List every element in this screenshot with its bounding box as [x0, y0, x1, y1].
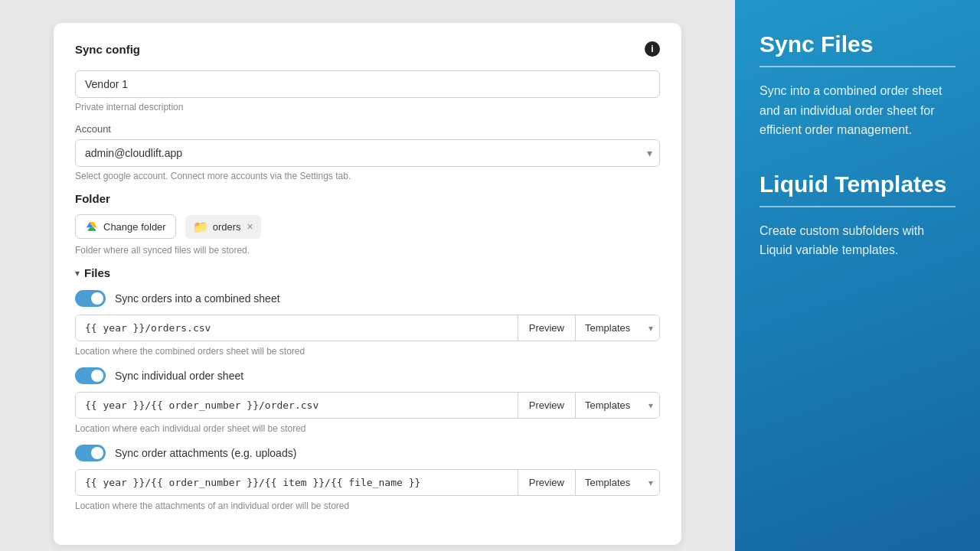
combined-sheet-helper: Location where the combined orders sheet… — [75, 346, 660, 357]
individual-sheet-path-row: Preview Templates ▾ — [75, 392, 660, 419]
folder-chip-icon: 📁 — [193, 220, 208, 234]
card-title: Sync config — [75, 43, 140, 56]
account-helper-text: Select google account. Connect more acco… — [75, 171, 660, 181]
folder-chip-name: orders — [213, 221, 241, 233]
right-panel: Sync Files Sync into a combined order sh… — [735, 0, 980, 551]
attachments-helper: Location where the attachments of an ind… — [75, 500, 660, 511]
individual-sheet-toggle-row: Sync individual order sheet — [75, 367, 660, 384]
folder-chip: 📁 orders × — [185, 215, 261, 239]
left-panel: Sync config i Private internal descripti… — [0, 0, 735, 551]
individual-sheet-preview-button[interactable]: Preview — [518, 393, 575, 418]
attachments-toggle[interactable] — [75, 445, 106, 461]
folder-chip-close-button[interactable]: × — [247, 220, 253, 233]
combined-sheet-toggle-row: Sync orders into a combined sheet — [75, 290, 660, 307]
folder-section-title: Folder — [75, 192, 660, 205]
liquid-templates-section: Liquid Templates Create custom subfolder… — [760, 171, 956, 260]
account-select[interactable]: admin@cloudlift.app — [75, 139, 660, 167]
attachments-toggle-row: Sync order attachments (e.g. uploads) — [75, 445, 660, 461]
change-folder-label: Change folder — [103, 221, 166, 233]
sync-files-description: Sync into a combined order sheet and an … — [760, 81, 956, 140]
folder-helper-text: Folder where all synced files will be st… — [75, 245, 660, 256]
attachments-templates-wrapper: Templates ▾ — [575, 470, 659, 495]
sync-files-section: Sync Files Sync into a combined order sh… — [760, 31, 956, 140]
individual-sheet-templates-select[interactable]: Templates — [575, 393, 659, 418]
folder-row: Change folder 📁 orders × — [75, 214, 660, 239]
files-collapse-chevron-icon: ▾ — [75, 268, 80, 279]
combined-sheet-templates-wrapper: Templates ▾ — [575, 315, 659, 341]
card-header: Sync config i — [75, 41, 660, 57]
individual-sheet-toggle[interactable] — [75, 367, 106, 384]
change-folder-button[interactable]: Change folder — [75, 214, 176, 239]
attachments-preview-button[interactable]: Preview — [518, 470, 575, 495]
vendor-name-input[interactable] — [75, 70, 660, 98]
individual-sheet-helper: Location where each individual order she… — [75, 423, 660, 434]
info-icon-button[interactable]: i — [645, 41, 660, 57]
liquid-templates-description: Create custom subfolders with Liquid var… — [760, 221, 956, 260]
section2-divider — [760, 206, 956, 207]
account-select-wrapper: admin@cloudlift.app ▾ — [75, 139, 660, 167]
attachments-templates-select[interactable]: Templates — [575, 470, 659, 495]
combined-sheet-preview-button[interactable]: Preview — [518, 315, 575, 341]
section1-divider — [760, 66, 956, 67]
attachments-path-row: Preview Templates ▾ — [75, 469, 660, 496]
combined-sheet-path-input[interactable] — [76, 315, 518, 341]
google-drive-icon — [85, 220, 99, 233]
individual-sheet-label: Sync individual order sheet — [115, 370, 243, 382]
attachments-path-input[interactable] — [76, 470, 518, 495]
files-section-title: Files — [84, 266, 110, 279]
attachments-label: Sync order attachments (e.g. uploads) — [115, 447, 296, 459]
combined-sheet-label: Sync orders into a combined sheet — [115, 292, 280, 305]
liquid-templates-title: Liquid Templates — [760, 171, 956, 198]
individual-sheet-path-input[interactable] — [76, 393, 518, 418]
sync-config-card: Sync config i Private internal descripti… — [54, 23, 681, 545]
individual-sheet-templates-wrapper: Templates ▾ — [575, 393, 659, 418]
combined-sheet-toggle[interactable] — [75, 290, 106, 307]
combined-sheet-templates-select[interactable]: Templates — [575, 315, 659, 341]
files-section-header[interactable]: ▾ Files — [75, 266, 660, 279]
sync-files-title: Sync Files — [760, 31, 956, 58]
account-label: Account — [75, 123, 660, 135]
vendor-helper-text: Private internal description — [75, 102, 660, 112]
combined-sheet-path-row: Preview Templates ▾ — [75, 315, 660, 341]
